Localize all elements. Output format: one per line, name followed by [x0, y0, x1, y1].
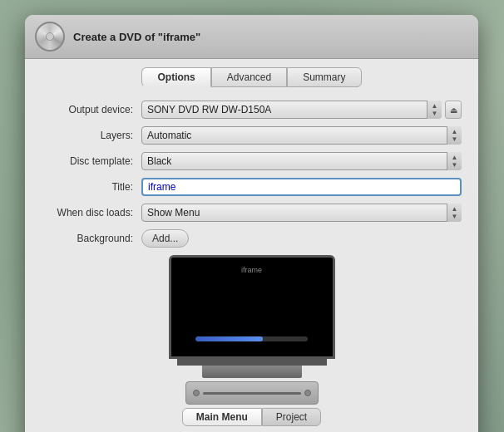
title-label: Title:	[42, 181, 141, 193]
tab-options[interactable]: Options	[141, 67, 210, 87]
eject-button[interactable]: ⏏	[445, 101, 462, 119]
dvd-icon	[35, 22, 65, 52]
title-bar: Create a DVD of "iframe"	[25, 15, 478, 59]
when-disc-loads-label: When disc loads:	[42, 207, 141, 218]
when-disc-loads-select-wrapper: Show Menu ▲▼	[141, 204, 462, 222]
tab-advanced[interactable]: Advanced	[211, 67, 287, 87]
title-row: Title:	[42, 178, 462, 196]
layers-select[interactable]: Automatic	[141, 126, 462, 145]
tv-screen: iframe	[169, 255, 335, 359]
tv-progress-bar	[195, 336, 309, 341]
tab-summary[interactable]: Summary	[287, 67, 361, 87]
tv-title-text: iframe	[241, 266, 262, 274]
layers-label: Layers:	[42, 130, 141, 141]
tv-stand	[177, 359, 327, 366]
background-row: Background: Add...	[42, 229, 462, 248]
dvd-player	[185, 381, 319, 405]
title-control	[141, 178, 462, 196]
disc-template-row: Disc template: Black ▲▼	[42, 152, 462, 170]
output-device-control: SONY DVD RW DW-D150A ▲▼ ⏏	[141, 101, 462, 119]
output-device-row: Output device: SONY DVD RW DW-D150A ▲▼ ⏏	[42, 101, 462, 119]
background-label: Background:	[42, 233, 141, 244]
dialog-window: Create a DVD of "iframe" Options Advance…	[25, 15, 478, 432]
form-content: Output device: SONY DVD RW DW-D150A ▲▼ ⏏…	[25, 87, 478, 432]
when-disc-loads-select[interactable]: Show Menu	[141, 204, 462, 222]
preview-tab-project[interactable]: Project	[262, 408, 321, 426]
dialog-title: Create a DVD of "iframe"	[73, 31, 200, 43]
add-background-button[interactable]: Add...	[141, 229, 189, 248]
output-device-select-wrapper: SONY DVD RW DW-D150A ▲▼	[141, 101, 442, 119]
disc-template-label: Disc template:	[42, 155, 141, 167]
output-device-select[interactable]: SONY DVD RW DW-D150A	[141, 101, 442, 119]
disc-template-select-wrapper: Black ▲▼	[141, 152, 462, 170]
tab-bar: Options Advanced Summary	[25, 59, 478, 87]
disc-template-select[interactable]: Black	[141, 152, 462, 170]
preview-area: iframe Main Menu Project	[42, 255, 462, 426]
output-device-label: Output device:	[42, 104, 141, 115]
title-input[interactable]	[141, 178, 462, 196]
when-disc-loads-control: Show Menu ▲▼	[141, 204, 462, 222]
preview-tab-main-menu[interactable]: Main Menu	[182, 408, 262, 426]
when-disc-loads-row: When disc loads: Show Menu ▲▼	[42, 204, 462, 222]
layers-control: Automatic ▲▼	[141, 126, 462, 145]
background-control: Add...	[141, 229, 462, 248]
output-row: SONY DVD RW DW-D150A ▲▼ ⏏	[141, 101, 462, 119]
layers-row: Layers: Automatic ▲▼	[42, 126, 462, 145]
player-slot	[203, 392, 301, 395]
player-button-2	[304, 390, 311, 396]
layers-select-wrapper: Automatic ▲▼	[141, 126, 462, 145]
player-button-1	[193, 390, 200, 396]
tv-progress-fill	[195, 336, 263, 341]
disc-template-control: Black ▲▼	[141, 152, 462, 170]
preview-tabs: Main Menu Project	[182, 408, 321, 426]
tv-inner: iframe	[171, 258, 333, 356]
tv-base	[202, 366, 302, 378]
